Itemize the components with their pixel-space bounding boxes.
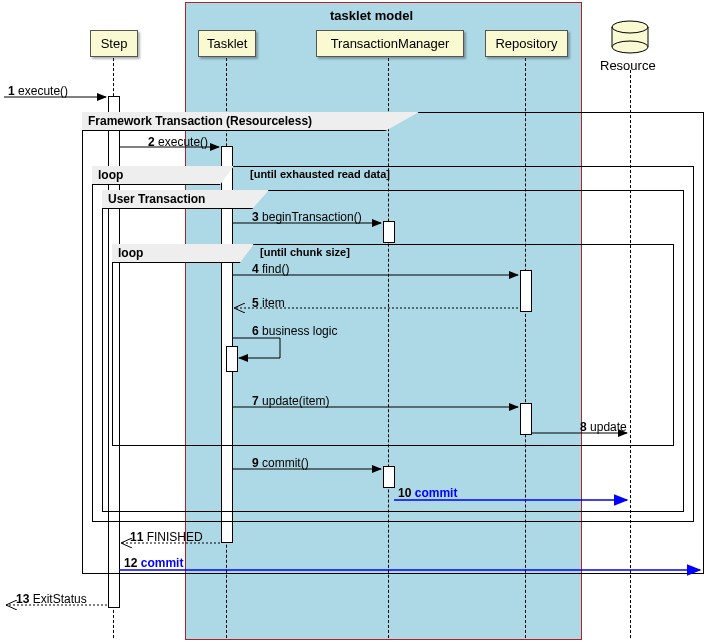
- participant-resource: [610, 20, 650, 60]
- frame-loop1-cond: [until exhausted read data]: [250, 168, 390, 180]
- participant-tasklet-label: Tasklet: [207, 36, 247, 51]
- msg-4: 4 find(): [252, 262, 289, 276]
- msg-3: 3 beginTransaction(): [252, 210, 362, 224]
- participant-repo-label: Repository: [495, 36, 557, 51]
- participant-repo: Repository: [485, 30, 568, 57]
- tasklet-model-title: tasklet model: [330, 8, 413, 23]
- database-icon: [610, 20, 650, 56]
- msg-2: 2 execute(): [148, 135, 208, 149]
- frame-loop1-title: loop: [92, 166, 234, 185]
- msg-13: 13 ExitStatus: [16, 592, 87, 606]
- msg-6: 6 business logic: [252, 324, 337, 338]
- participant-txmgr-label: TransactionManager: [331, 36, 450, 51]
- msg-10: 10 commit: [398, 486, 457, 500]
- msg-1: 1 execute(): [8, 84, 68, 98]
- participant-step: Step: [90, 30, 138, 57]
- frame-loop2-cond: [until chunk size]: [260, 246, 350, 258]
- frame-framework-tx-title: Framework Transaction (Resourceless): [82, 112, 419, 131]
- participant-resource-label: Resource: [600, 58, 656, 73]
- participant-tasklet: Tasklet: [198, 30, 256, 57]
- participant-step-label: Step: [101, 36, 128, 51]
- frame-loop2-title: loop: [112, 244, 254, 263]
- msg-12: 12 commit: [124, 556, 183, 570]
- participant-txmgr: TransactionManager: [316, 30, 464, 57]
- msg-8: 8 update: [580, 420, 627, 434]
- msg-11: 11 FINISHED: [130, 530, 203, 544]
- msg-5: 5 item: [252, 296, 285, 310]
- frame-loop2: [112, 244, 674, 446]
- frame-user-tx-title: User Transaction: [102, 190, 269, 209]
- msg-9: 9 commit(): [252, 456, 309, 470]
- svg-point-4: [612, 41, 648, 53]
- msg-7: 7 update(item): [252, 394, 329, 408]
